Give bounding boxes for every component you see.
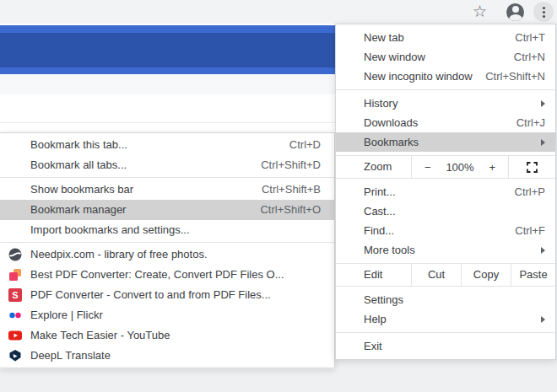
bookmark-title: Needpix.com - library of free photos. [30,244,321,265]
paste-button[interactable]: Paste [511,264,555,286]
edit-row: EditCutCopyPaste [336,264,555,286]
fullscreen-button[interactable] [509,156,555,178]
menu-item-import-bookmarks-and-settings[interactable]: Import bookmarks and settings... [0,220,334,240]
menu-section: Show bookmarks barCtrl+Shift+BBookmark m… [0,178,334,242]
submenu-arrow-icon [541,247,545,254]
browser-menu: New tabCtrl+TNew windowCtrl+NNew incogni… [335,24,556,360]
shortcut-text: Ctrl+J [516,113,545,132]
menu-item-label: New window [364,47,504,67]
bookmarks-submenu: Bookmark this tab...Ctrl+DBookmark all t… [0,132,335,368]
fullscreen-icon [527,162,538,173]
menu-item-label: Cast... [364,201,545,221]
menu-item-show-bookmarks-bar[interactable]: Show bookmarks barCtrl+Shift+B [0,180,334,200]
submenu-arrow-icon [541,316,545,323]
menu-section: Bookmark this tab...Ctrl+DBookmark all t… [0,133,334,177]
menu-item-cast[interactable]: Cast... [336,201,555,221]
menu-item-exit[interactable]: Exit [336,336,555,356]
shortcut-text: Ctrl+T [515,28,545,47]
shortcut-text: Ctrl+Shift+O [260,200,321,220]
menu-item-new-incognito-window[interactable]: New incognito windowCtrl+Shift+N [336,67,555,86]
shortcut-text: Ctrl+Shift+N [485,67,545,86]
menu-section: Needpix.com - library of free photos.Bes… [0,243,334,368]
shortcut-text: Ctrl+F [515,221,545,240]
menu-item-label: Bookmarks [364,132,531,152]
profile-avatar-icon[interactable] [506,3,524,21]
bookmark-item-needpix-com-library-of-free-photos[interactable]: Needpix.com - library of free photos. [0,244,334,265]
shortcut-text: Ctrl+Shift+D [261,155,321,175]
edit-label: Edit [336,264,411,286]
menu-item-label: Downloads [364,113,506,132]
youtube-icon [8,329,22,342]
zoom-level-value: 100% [446,161,473,174]
page-divider-line [0,122,335,123]
menu-item-print[interactable]: Print...Ctrl+P [336,182,555,201]
deepl-icon [8,349,22,362]
flickr-icon [8,309,22,322]
menu-item-help[interactable]: Help [336,309,555,329]
menu-kebab-icon[interactable] [533,2,554,22]
submenu-arrow-icon [541,139,545,146]
menu-item-label: Bookmark all tabs... [30,155,251,175]
menu-item-bookmarks[interactable]: Bookmarks [336,132,555,152]
screenshot-canvas: ☆ New tabCtrl+TNew windowCtrl+NNew incog… [0,0,557,392]
menu-item-label: New incognito window [364,67,475,86]
svg-text:S: S [12,290,18,300]
menu-section: HistoryDownloadsCtrl+JBookmarks [336,90,555,155]
zoom-controls: −100%+ [411,156,509,178]
bookmark-item-pdf-converter-convert-to-and-from-pdf-fi[interactable]: SPDF Converter - Convert to and from PDF… [0,285,334,305]
shortcut-text: Ctrl+D [289,135,321,155]
browser-toolbar: ☆ [0,0,557,24]
soda-pdf-icon: S [8,288,22,302]
menu-item-more-tools[interactable]: More tools [336,240,555,260]
bookmark-item-make-tech-easier-youtube[interactable]: Make Tech Easier - YouTube [0,325,334,346]
menu-item-label: New tab [364,28,505,47]
bookmark-title: DeepL Translate [30,346,321,366]
menu-item-history[interactable]: History [336,94,555,113]
zoom-label: Zoom [336,156,411,178]
zoom-out-button[interactable]: − [425,161,431,174]
menu-item-new-window[interactable]: New windowCtrl+N [336,47,555,67]
bookmark-item-deepl-translate[interactable]: DeepL Translate [0,346,334,366]
zoom-row: Zoom−100%+ [336,156,555,178]
shortcut-text: Ctrl+N [514,47,545,67]
menu-section: SettingsHelp [336,287,555,332]
page-blue-banner [0,25,335,74]
bookmark-star-icon[interactable]: ☆ [473,0,487,24]
menu-item-label: Settings [364,290,545,309]
bookmark-title: PDF Converter - Convert to and from PDF … [30,285,321,305]
bookmark-title: Explore | Flickr [30,305,321,325]
menu-item-label: History [364,94,531,113]
needpix-globe-icon [8,248,22,261]
menu-item-label: More tools [364,240,531,260]
menu-item-label: Exit [364,336,545,356]
cut-button[interactable]: Cut [411,264,461,286]
menu-item-label: Show bookmarks bar [30,180,251,200]
menu-item-label: Find... [364,221,505,240]
menu-section: New tabCtrl+TNew windowCtrl+NNew incogni… [336,24,555,89]
menu-item-label: Help [364,309,531,329]
menu-section: Exit [336,333,555,359]
shortcut-text: Ctrl+Shift+B [262,180,321,200]
zoom-in-button[interactable]: + [489,161,495,174]
menu-item-label: Print... [364,182,505,201]
shortcut-text: Ctrl+P [515,182,545,201]
menu-section: Print...Ctrl+PCast...Find...Ctrl+FMore t… [336,179,555,263]
page-light-band [0,74,335,94]
submenu-arrow-icon [541,100,545,107]
menu-item-find[interactable]: Find...Ctrl+F [336,221,555,240]
menu-item-new-tab[interactable]: New tabCtrl+T [336,28,555,47]
bookmark-title: Best PDF Converter: Create, Convert PDF … [30,265,321,285]
menu-item-bookmark-all-tabs[interactable]: Bookmark all tabs...Ctrl+Shift+D [0,155,334,175]
bookmark-item-explore-flickr[interactable]: Explore | Flickr [0,305,334,325]
menu-item-bookmark-manager[interactable]: Bookmark managerCtrl+Shift+O [0,200,334,220]
menu-item-label: Bookmark manager [30,200,250,220]
menu-item-label: Bookmark this tab... [30,135,279,155]
bookmark-title: Make Tech Easier - YouTube [30,325,321,346]
menu-item-label: Import bookmarks and settings... [30,220,321,240]
menu-item-downloads[interactable]: DownloadsCtrl+J [336,113,555,132]
copy-button[interactable]: Copy [461,264,511,286]
bookmark-item-best-pdf-converter-create-convert-pdf-fi[interactable]: Best PDF Converter: Create, Convert PDF … [0,265,334,285]
menu-item-settings[interactable]: Settings [336,290,555,309]
menu-item-bookmark-this-tab[interactable]: Bookmark this tab...Ctrl+D [0,135,334,155]
pdf-converter-squares-icon [8,268,22,282]
